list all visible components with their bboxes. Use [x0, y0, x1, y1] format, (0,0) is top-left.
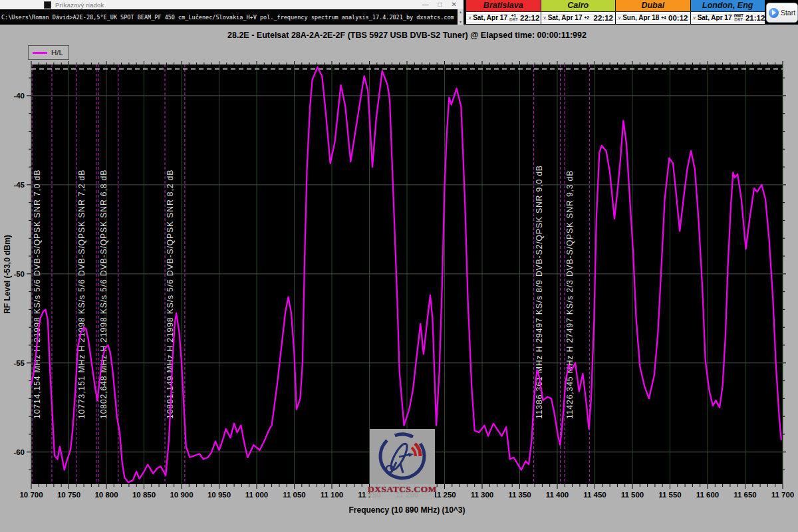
- play-icon: [769, 8, 779, 18]
- y-axis-label: RF Level (-53,0 dBm): [3, 235, 12, 314]
- dxsatcs-watermark: DXSATCS.COM: [370, 429, 435, 499]
- top-strip: Príkazový riadok — □ ✕ C:\Users\Roman Dá…: [0, 0, 798, 25]
- clock-panel-bratislava: Bratislava∨Sat, Apr 17+1DST22:12: [466, 0, 541, 24]
- clock-panel-dubai: Dubai∨Sun, Apr 18+400:12: [615, 0, 690, 24]
- minimize-button[interactable]: —: [422, 1, 429, 8]
- world-clocks: Bratislava∨Sat, Apr 17+1DST22:12Cairo∨Sa…: [466, 0, 765, 24]
- start-button[interactable]: Start: [766, 3, 798, 23]
- clock-time: 21:12: [745, 14, 765, 22]
- close-button[interactable]: ✕: [452, 1, 457, 8]
- screen: Príkazový riadok — □ ✕ C:\Users\Roman Dá…: [0, 0, 798, 532]
- clock-body: ∨Sun, Apr 18+400:12: [616, 12, 690, 24]
- chevron-down-icon[interactable]: ∨: [543, 15, 547, 21]
- spectrum-chart: 10 70010 75010 80010 85010 90010 95011 0…: [0, 25, 798, 532]
- x-tick-label: 10 950: [207, 491, 231, 499]
- command-prompt-icon: [44, 1, 51, 9]
- gridlines: [31, 65, 783, 484]
- legend: H/L: [28, 45, 69, 60]
- chart-title: 28.2E - Eutelsat 28A-2A-2E-2F (TBS 5927 …: [31, 31, 783, 40]
- clock-body: ∨Sat, Apr 17GMTDST21:12: [691, 12, 765, 24]
- x-tick-label: 10 800: [94, 491, 118, 499]
- x-tick-label: 11 450: [583, 491, 606, 499]
- legend-label: H/L: [51, 49, 63, 57]
- x-tick-label: 10 900: [170, 491, 193, 499]
- clock-timezone: +2: [585, 16, 589, 20]
- x-tick-label: 11 700: [771, 491, 795, 499]
- start-button-label: Start: [781, 9, 795, 17]
- scroll-up-icon[interactable]: ▴: [460, 10, 462, 14]
- x-tick-label: 11 650: [733, 491, 757, 499]
- x-tick-label: 11 500: [621, 491, 644, 499]
- transponder-annotation-label: 10891,149 MHz H 21998 KS/s 5/6 DVB-S/QPS…: [166, 170, 175, 419]
- console-command-line[interactable]: C:\Users\Roman Dávid>A2E-28,5°E_UK SPOT …: [0, 9, 458, 25]
- clock-date: Sat, Apr 17: [698, 14, 732, 21]
- satellite-dish-logo-icon: [376, 429, 428, 483]
- clock-panel-london-eng: London, Eng∨Sat, Apr 17GMTDST21:12: [690, 0, 765, 24]
- chevron-down-icon[interactable]: ∨: [693, 15, 696, 21]
- x-tick-label: 11 000: [245, 491, 269, 499]
- clock-body: ∨Sat, Apr 17+1DST22:12: [466, 12, 541, 24]
- clock-city-header: London, Eng: [691, 0, 765, 12]
- clock-date: Sat, Apr 17: [473, 14, 507, 21]
- legend-line-swatch: [33, 52, 47, 54]
- y-tick-label: -60: [13, 448, 25, 456]
- transponder-annotation-label: 10773,151 MHz H 21998 KS/s 5/6 DVB-S/QPS…: [77, 170, 86, 419]
- y-tick-label: -50: [13, 270, 25, 278]
- clock-panel-cairo: Cairo∨Sat, Apr 17+222:12: [541, 0, 616, 24]
- y-tick-label: -40: [13, 92, 25, 100]
- clock-timezone: GMTDST: [734, 14, 743, 22]
- command-prompt-window: Príkazový riadok — □ ✕ C:\Users\Roman Dá…: [0, 0, 464, 25]
- x-tick-label: 10 750: [57, 491, 80, 499]
- chevron-down-icon[interactable]: ∨: [468, 15, 471, 21]
- watermark-text: DXSATCS.COM: [368, 484, 437, 495]
- x-tick-label: 10 700: [19, 491, 43, 499]
- x-tick-label: 11 100: [321, 491, 344, 499]
- transponder-annotation-label: 11426,345 MHz H 27497 KS/s 2/3 DVB-S/QPS…: [565, 170, 575, 419]
- x-tick-label: 11 550: [658, 491, 682, 499]
- console-scrollbar[interactable]: ▴ ▾: [458, 9, 464, 25]
- x-tick-label: 11 300: [471, 491, 494, 499]
- scroll-down-icon[interactable]: ▾: [460, 20, 462, 24]
- x-axis-label: Frequency (10 890 MHz) (10^3): [348, 505, 465, 515]
- chevron-down-icon[interactable]: ∨: [618, 15, 621, 21]
- clock-city-header: Bratislava: [466, 0, 541, 12]
- clock-city-header: Cairo: [541, 0, 616, 12]
- window-controls: — □ ✕: [422, 1, 464, 8]
- console-command-text: C:\Users\Roman Dávid>A2E-28,5°E_UK SPOT …: [0, 14, 454, 21]
- window-title: Príkazový riadok: [55, 1, 104, 9]
- clock-body: ∨Sat, Apr 17+222:12: [541, 12, 616, 24]
- clock-timezone: +1DST: [509, 14, 518, 22]
- transponder-annotation-label: 10802,648 MHz H 21998 KS/s 5/6 DVB-S/QPS…: [99, 170, 108, 419]
- clock-date: Sat, Apr 17: [548, 14, 583, 21]
- y-tick-label: -45: [13, 181, 25, 189]
- transponder-annotation-label: 10714,154 MHz H 21998 KS/s 5/6 DVB-S/QPS…: [33, 170, 42, 419]
- x-tick-label: 10 850: [132, 491, 156, 499]
- command-prompt-titlebar[interactable]: Príkazový riadok — □ ✕: [0, 0, 464, 9]
- clock-city-header: Dubai: [616, 0, 690, 12]
- maximize-button[interactable]: □: [438, 1, 442, 8]
- x-tick-label: 11 050: [283, 491, 306, 499]
- clock-timezone: +4: [661, 16, 666, 20]
- x-tick-label: 11 600: [696, 491, 720, 499]
- clock-time: 22:12: [594, 14, 613, 22]
- clock-time: 00:12: [668, 14, 688, 22]
- y-tick-label: -55: [13, 359, 25, 367]
- x-tick-label: 11 350: [508, 491, 531, 499]
- clock-date: Sun, Apr 18: [622, 14, 659, 21]
- x-tick-label: 11 400: [546, 491, 569, 499]
- clock-time: 22:12: [520, 14, 539, 22]
